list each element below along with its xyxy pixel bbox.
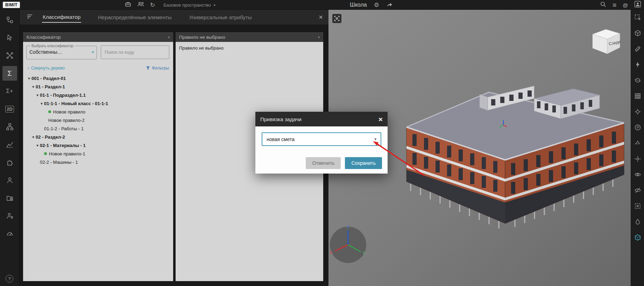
filters-label: Фильтры [152,66,169,71]
tree-item-label: 01-1 - Подраздел-1.1 [40,93,86,98]
classifier-select-label: Выбрать классификатор [30,44,75,48]
filters-button[interactable]: Фильтры [146,66,169,71]
share-icon[interactable] [386,1,393,9]
estimate-select[interactable]: новая смета ▾ [262,132,381,146]
close-panel-icon[interactable]: × [319,14,323,21]
tree-item[interactable]: ▾001 - Раздел-01 [23,74,173,82]
tree-item[interactable]: 02-2 - Машины - 1 [23,158,173,166]
graph-icon[interactable] [2,137,17,152]
tree-item[interactable]: ▾01 - Раздел-1 [23,82,173,91]
classifier-select[interactable]: Выбрать классификатор Собственны… ▾ [26,44,97,59]
model-tree-icon[interactable] [2,13,17,27]
chevron-down-icon: ▾ [168,35,170,39]
help-button[interactable]: ? [6,275,13,283]
orbit-cube-icon[interactable] [634,30,641,38]
center-focus-icon[interactable] [634,108,641,117]
app-root: BIMIT ↻ Базовое пространство ▾ Школа ⚙ [0,0,644,286]
section-cut-icon[interactable] [634,140,641,148]
axis-y-label: Y [363,251,366,255]
save-button[interactable]: Сохранить [345,157,382,169]
select-cursor-icon[interactable] [2,30,17,45]
eye-off-icon[interactable] [634,187,641,195]
classifier-column-header[interactable]: Классификатор ▾ [23,32,173,42]
selection-frame-icon[interactable] [634,14,641,22]
tab-classifier[interactable]: Классификатор [42,12,81,23]
gauge-icon[interactable] [2,226,17,241]
ghost-view-icon[interactable] [634,234,641,242]
tree-item-label: 001 - Раздел-01 [31,76,66,81]
collapse-tree-button[interactable]: ↕ Свернуть дерево [27,66,65,71]
left-toolbar: Σ Σ+ 2D ? [0,10,20,286]
axis-z-label: Z [347,225,349,229]
tree-item[interactable]: Новое правило [23,108,173,116]
tree-item[interactable]: Новое правило-1 [23,149,173,158]
tree-caret-icon[interactable]: ▾ [31,85,36,89]
tree-item[interactable]: ▾01-1 - Подраздел-1.1 [23,91,173,99]
sigma-plus-icon[interactable]: Σ+ [2,84,17,98]
tree-item[interactable]: Новое правило-2 [23,116,173,124]
list-icon[interactable]: ≡ [613,2,616,8]
panel-tabbar: Классификатор Нераспределённые элементы … [20,10,328,24]
parking-icon[interactable]: P [634,124,641,132]
section-box-icon[interactable] [634,77,641,85]
sort-menu-icon[interactable] [27,14,33,21]
user-icon[interactable] [2,173,17,188]
tree-caret-icon[interactable]: ▾ [35,144,40,147]
estimate-select-value: новая смета [267,137,295,142]
task-binding-dialog: Привязка задачи × новая смета ▾ Отменить… [255,112,388,174]
classifier-sigma-icon[interactable]: Σ [2,66,17,81]
account-at-icon[interactable]: @ [623,2,628,8]
tree-caret-icon[interactable]: ▾ [27,76,31,80]
tree-item[interactable]: ▾02-1 - Материалы - 1 [23,141,173,149]
tree-item-label: 01-1-1 - Новый класс - 01-1-1 [44,101,108,106]
funnel-icon [146,66,150,70]
measure-icon[interactable] [634,45,641,54]
briefcase-icon[interactable] [125,1,132,9]
classifier-tree: ▾001 - Раздел-01▾01 - Раздел-1▾01-1 - По… [23,74,173,281]
tree-item[interactable]: 01-1-2 - Работы - 1 [23,124,173,133]
grid-icon[interactable] [634,93,641,101]
crosshair-icon[interactable] [634,155,641,164]
tree-caret-icon[interactable]: ▾ [31,135,36,139]
tree-item[interactable]: ▾02 - Раздел-2 [23,133,173,141]
history-icon[interactable]: ↻ [150,2,155,8]
clear-selection-icon[interactable] [634,203,641,211]
axis-gizmo[interactable]: Z X Y [328,223,370,266]
link-elements-icon[interactable] [2,48,17,63]
view-cube[interactable]: Сзади [589,22,624,58]
team-icon[interactable] [137,1,144,9]
screenshot-button[interactable] [332,14,341,23]
workspace-select[interactable]: Базовое пространство ▾ [163,2,215,8]
structure-icon[interactable] [2,119,17,134]
tab-universal-attributes[interactable]: Универсальные атрибуты [189,12,253,22]
appearance-icon[interactable] [634,218,641,227]
topbar-right-tools: ≡ @ [600,0,641,10]
search-icon[interactable] [600,1,606,9]
tree-caret-icon[interactable]: ▾ [39,102,44,105]
tree-controls: ↕ Свернуть дерево Фильтры [23,64,173,72]
topbar-left-tools: ↻ Базовое пространство ▾ [125,0,215,10]
cancel-button[interactable]: Отменить [306,157,341,169]
right-toolbar: P [631,10,644,286]
eye-icon[interactable] [634,171,641,179]
shared-folder-icon[interactable] [2,191,17,205]
rule-column-title: Правило не выбрано [179,35,225,40]
tree-item-label: 02-2 - Машины - 1 [40,160,78,165]
dialog-body: новая смета ▾ Отменить Сохранить [255,126,388,174]
project-title: Школа [350,2,367,8]
tree-item-label: 02 - Раздел-2 [36,134,65,140]
user-avatar-icon[interactable] [634,1,641,9]
plugin-puzzle-icon[interactable] [2,155,17,170]
classifier-select-value: Собственны… [29,49,62,55]
tree-item[interactable]: ▾01-1-1 - Новый класс - 01-1-1 [23,99,173,108]
tree-caret-icon[interactable]: ▾ [35,93,40,97]
two-d-view-icon[interactable]: 2D [2,102,17,116]
rule-column-header[interactable]: Правило не выбрано ▾ [176,32,323,42]
user-location-icon[interactable] [2,208,17,223]
lightning-icon[interactable] [634,61,641,69]
gear-icon[interactable]: ⚙ [374,2,379,8]
tree-item-label: Новое правило-1 [49,151,85,156]
dialog-close-icon[interactable]: × [378,116,383,123]
code-search-input[interactable] [101,45,169,59]
tab-unallocated-elements[interactable]: Нераспределённые элементы [97,12,172,22]
